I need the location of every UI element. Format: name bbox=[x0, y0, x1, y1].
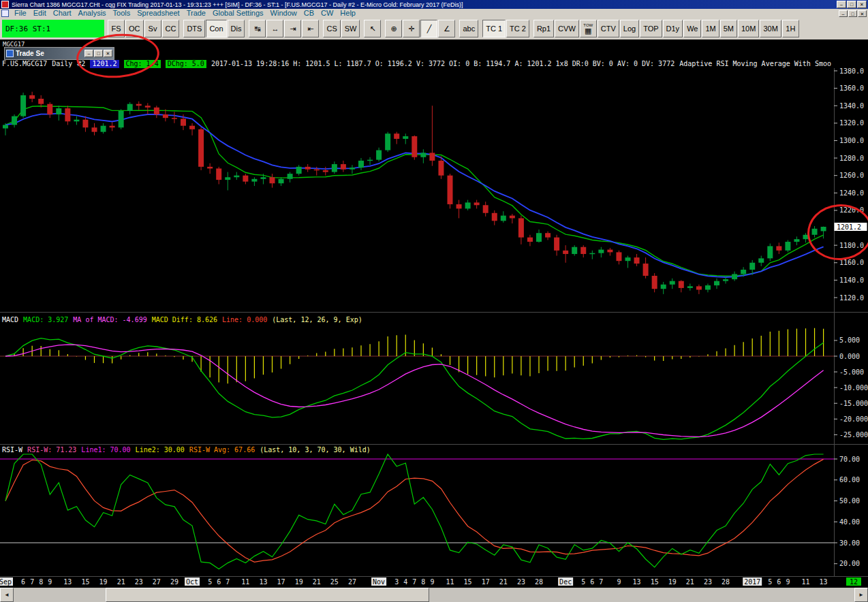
crosshair-tool-icon[interactable]: ⊕ bbox=[385, 20, 402, 37]
status-segment: #2 bbox=[77, 60, 85, 68]
candle bbox=[554, 238, 559, 251]
axis-label: 20.00 bbox=[839, 560, 860, 567]
title-bar: Sierra Chart 1386 MGCG17.CHt - cqg FIX T… bbox=[0, 0, 868, 9]
status-segment: 2017-01-13 19:28:16 H: 1201.5 L: 1187.7 … bbox=[211, 60, 675, 68]
candle bbox=[448, 176, 453, 204]
axis-label: 1340.0 bbox=[839, 102, 864, 110]
ray-tool-icon[interactable]: ∠ bbox=[438, 20, 455, 37]
chart-canvas[interactable]: 1380.01360.01340.01320.01300.01280.01260… bbox=[0, 39, 868, 588]
menu-analysis[interactable]: Analysis bbox=[75, 9, 110, 18]
window-close-button[interactable]: ✕ bbox=[857, 1, 867, 8]
candle bbox=[154, 108, 159, 114]
scroll-left-arrow-icon[interactable]: ◄ bbox=[0, 588, 14, 602]
pointer-tool-icon[interactable]: ↖ bbox=[364, 20, 381, 37]
scrollbar-thumb[interactable] bbox=[106, 588, 429, 602]
child-minimize-button[interactable]: – bbox=[839, 10, 848, 17]
candle bbox=[696, 286, 702, 289]
trade-window-titlebar[interactable]: Trade Se –□✕ bbox=[4, 47, 114, 60]
axis-label: 5.000 bbox=[839, 336, 860, 344]
app-icon bbox=[1, 1, 9, 8]
menu-trade[interactable]: Trade bbox=[183, 9, 209, 18]
trade-minimize-button[interactable]: – bbox=[84, 50, 93, 57]
axis-label: 1220.0 bbox=[839, 206, 864, 214]
5m-button[interactable]: 5M bbox=[720, 20, 737, 37]
candle bbox=[758, 258, 764, 262]
trade-maximize-button[interactable]: □ bbox=[94, 50, 103, 57]
window-title: Sierra Chart 1386 MGCG17.CHt - cqg FIX T… bbox=[12, 1, 834, 8]
cs-button[interactable]: CS bbox=[323, 20, 340, 37]
candle bbox=[456, 204, 462, 208]
child-close-button[interactable]: ✕ bbox=[858, 10, 867, 17]
menu-tools[interactable]: Tools bbox=[110, 9, 134, 18]
scale-range-icon[interactable]: ↔ bbox=[266, 20, 283, 37]
menu-help[interactable]: Help bbox=[337, 9, 359, 18]
d1y-button[interactable]: D1y bbox=[663, 20, 683, 37]
text-tool-button[interactable]: abc bbox=[459, 20, 478, 37]
ctv-button[interactable]: CTV bbox=[598, 20, 619, 37]
date-label: 19 bbox=[295, 578, 303, 586]
axis-label: 1280.0 bbox=[839, 155, 864, 162]
chart-window: MGCG17 1380.01360.01340.01320.01300.0128… bbox=[0, 39, 868, 588]
menu-spreadsheet[interactable]: Spreadsheet bbox=[134, 9, 183, 18]
candle bbox=[741, 270, 746, 274]
fs-button[interactable]: FS bbox=[108, 20, 125, 37]
sw-button[interactable]: SW bbox=[341, 20, 360, 37]
tow-grid-button[interactable]: TOW▦ bbox=[580, 20, 597, 37]
tc1-button[interactable]: TC 1 bbox=[482, 20, 506, 37]
con-button[interactable]: Con bbox=[206, 20, 226, 37]
scale-expand-icon[interactable]: ↹ bbox=[249, 20, 266, 37]
scroll-end-icon[interactable]: ⇥ bbox=[284, 20, 301, 37]
rsi-average-line bbox=[5, 459, 824, 562]
tc2-button[interactable]: TC 2 bbox=[506, 20, 529, 37]
menu-cb[interactable]: CB bbox=[300, 9, 317, 18]
candle bbox=[29, 95, 35, 99]
sv-button[interactable]: Sv bbox=[144, 20, 161, 37]
menu-window[interactable]: Window bbox=[267, 9, 300, 18]
1m-button[interactable]: 1M bbox=[702, 20, 719, 37]
axis-label: 12 bbox=[850, 578, 858, 586]
scroll-start-icon[interactable]: ⇤ bbox=[302, 20, 319, 37]
window-minimize-button[interactable]: – bbox=[837, 1, 846, 8]
candle bbox=[181, 118, 186, 125]
30m-button[interactable]: 30M bbox=[760, 20, 781, 37]
status-segment: DChg: 5.0 bbox=[166, 60, 206, 68]
oc-button[interactable]: OC bbox=[125, 20, 144, 37]
crosshair-lines-tool-icon[interactable]: ✛ bbox=[403, 20, 420, 37]
line-tool-icon[interactable]: ╱ bbox=[420, 20, 437, 37]
10m-button[interactable]: 10M bbox=[738, 20, 759, 37]
menu-edit[interactable]: Edit bbox=[30, 9, 50, 18]
candle bbox=[767, 246, 773, 258]
log-button[interactable]: Log bbox=[620, 20, 639, 37]
cvw-button[interactable]: CVW bbox=[555, 20, 579, 37]
axis-label: 50.00 bbox=[839, 497, 860, 505]
date-label: 5 bbox=[768, 578, 772, 586]
axis-label: -5.000 bbox=[839, 368, 864, 376]
date-label: 28 bbox=[722, 578, 730, 586]
scroll-right-arrow-icon[interactable]: ► bbox=[854, 588, 868, 602]
child-restore-button[interactable]: □ bbox=[848, 10, 857, 17]
date-label: 15 bbox=[464, 578, 472, 586]
top-button[interactable]: TOP bbox=[640, 20, 662, 37]
horizontal-scrollbar[interactable]: ◄ ► bbox=[0, 588, 868, 602]
we-button[interactable]: We bbox=[683, 20, 701, 37]
menu-global-settings[interactable]: Global Settings bbox=[209, 9, 267, 18]
menu-file[interactable]: File bbox=[11, 9, 30, 18]
date-label: 17 bbox=[277, 578, 285, 586]
candle bbox=[260, 177, 266, 179]
menu-chart[interactable]: Chart bbox=[50, 9, 75, 18]
chart-document-icon[interactable] bbox=[1, 10, 9, 17]
window-maximize-button[interactable]: □ bbox=[847, 1, 856, 8]
dis-button[interactable]: Dis bbox=[228, 20, 245, 37]
rp1-button[interactable]: Rp1 bbox=[533, 20, 554, 37]
candle bbox=[279, 179, 284, 183]
trade-close-button[interactable]: ✕ bbox=[104, 50, 112, 57]
1h-button[interactable]: 1H bbox=[782, 20, 799, 37]
candle bbox=[634, 257, 640, 264]
candle bbox=[20, 95, 26, 116]
date-label: 21 bbox=[499, 578, 508, 586]
cc-button[interactable]: CC bbox=[162, 20, 180, 37]
menu-cw[interactable]: CW bbox=[317, 9, 337, 18]
date-label: 6 bbox=[590, 578, 594, 586]
dts-button[interactable]: DTS bbox=[183, 20, 205, 37]
axis-label: -20.000 bbox=[839, 415, 868, 423]
